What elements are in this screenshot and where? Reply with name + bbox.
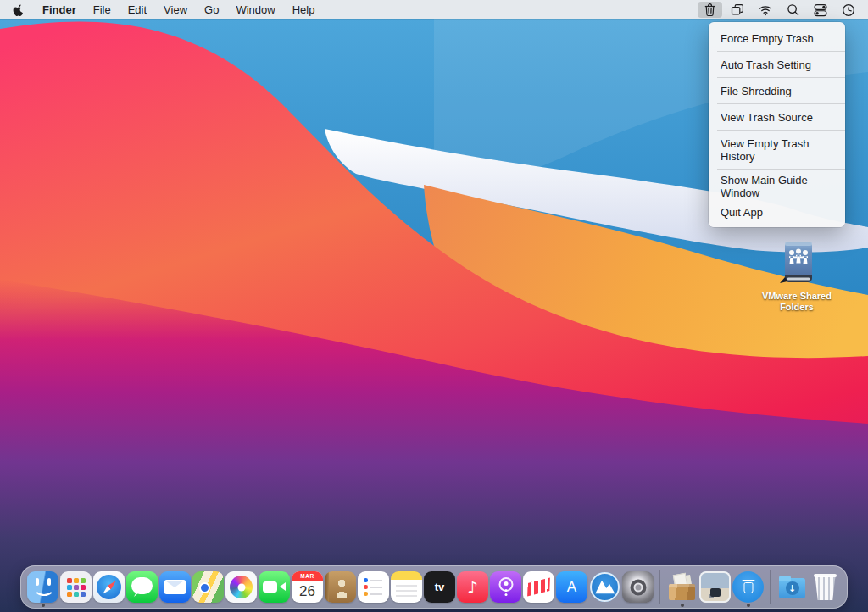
control-center-icon: [814, 3, 827, 17]
dock-item-safari[interactable]: [92, 570, 125, 604]
menu-item-view-empty-trash-history[interactable]: View Empty Trash History: [709, 131, 845, 168]
notes-icon: [391, 571, 422, 603]
dock-item-podcasts[interactable]: [489, 570, 522, 604]
dock-item-trash-cleaner[interactable]: [732, 570, 765, 604]
menu-view[interactable]: View: [155, 0, 196, 19]
desktop-icon-label-line2: Folders: [762, 302, 832, 313]
menu-item-force-empty-trash[interactable]: Force Empty Trash: [709, 26, 845, 50]
menu-go[interactable]: Go: [196, 0, 227, 19]
running-indicator: [42, 604, 45, 607]
app-store-icon: A: [556, 571, 587, 603]
status-windows-icon[interactable]: [725, 2, 750, 18]
menu-bar-left: Finder File Edit View Go Window Help: [0, 0, 323, 19]
dock-item-facetime[interactable]: [258, 570, 291, 604]
trash-icon: [704, 3, 716, 17]
podcasts-icon: [490, 571, 521, 603]
menu-window[interactable]: Window: [227, 0, 283, 19]
menu-item-quit-app[interactable]: Quit App: [709, 203, 845, 222]
menu-bar-status-area: [695, 0, 868, 19]
dock-item-maps[interactable]: [192, 570, 225, 604]
dock-item-downloads[interactable]: ↓: [776, 570, 809, 604]
launchpad-icon: [60, 571, 92, 603]
facetime-icon: [259, 571, 290, 603]
mail-icon: [159, 571, 191, 603]
menu-help[interactable]: Help: [284, 0, 324, 19]
status-trash-icon[interactable]: [698, 2, 722, 18]
dock-item-finder[interactable]: [26, 570, 59, 604]
news-icon: [523, 571, 554, 603]
running-indicator: [681, 604, 684, 607]
dock-item-tv[interactable]: tv: [423, 570, 456, 604]
messages-icon: [126, 571, 158, 603]
trash-cleaner-app-icon: [732, 571, 764, 603]
dock-item-installer-box[interactable]: [665, 570, 698, 604]
dock-item-calendar[interactable]: MAR 26: [291, 570, 324, 604]
shared-folders-book-icon: [773, 240, 821, 289]
maps-icon: [192, 571, 224, 603]
menu-file[interactable]: File: [85, 0, 120, 19]
tv-icon: tv: [424, 571, 455, 603]
running-indicator: [747, 604, 750, 607]
dock-item-cleaner-app[interactable]: [588, 570, 621, 604]
calendar-icon: MAR 26: [292, 571, 323, 603]
dock-item-trash[interactable]: [809, 570, 842, 604]
menu-item-view-trash-source[interactable]: View Trash Source: [709, 105, 845, 129]
dock-item-system-preferences[interactable]: [621, 570, 654, 604]
mountain-circle-app-icon: [589, 571, 620, 603]
downloads-folder-icon: ↓: [776, 571, 808, 603]
menu-separator: [717, 51, 845, 52]
dock-item-music[interactable]: ♪: [456, 570, 489, 604]
trash-dropdown-menu: Force Empty Trash Auto Trash Setting Fil…: [709, 22, 845, 227]
menu-separator: [717, 169, 845, 170]
calendar-day: 26: [292, 581, 323, 603]
status-clock-icon[interactable]: [836, 2, 861, 18]
desktop-icon-label-line1: VMware Shared: [762, 291, 832, 302]
image-document-icon: [699, 571, 731, 603]
calendar-month: MAR: [292, 571, 323, 581]
dock-item-reminders[interactable]: [357, 570, 390, 604]
dock-item-image-document[interactable]: [698, 570, 732, 604]
menu-separator: [717, 130, 845, 131]
menu-edit[interactable]: Edit: [120, 0, 155, 19]
system-preferences-icon: [622, 571, 654, 603]
status-search-icon[interactable]: [781, 2, 805, 18]
dock-item-mail[interactable]: [159, 570, 192, 604]
music-icon: ♪: [457, 571, 488, 603]
dock-item-news[interactable]: [522, 570, 555, 604]
installer-box-icon: [666, 571, 698, 603]
dock-separator: [770, 570, 771, 604]
status-wifi-icon[interactable]: [753, 2, 778, 18]
menu-separator: [717, 77, 845, 78]
menu-app-name[interactable]: Finder: [34, 0, 85, 19]
dock-separator: [659, 570, 660, 604]
status-control-center-icon[interactable]: [808, 2, 833, 18]
dock-item-launchpad[interactable]: [59, 570, 92, 604]
apple-icon: [12, 3, 25, 17]
dock-item-messages[interactable]: [125, 570, 159, 604]
menu-bar: Finder File Edit View Go Window Help: [0, 0, 868, 19]
dock-item-contacts[interactable]: [324, 570, 357, 604]
dock-item-photos[interactable]: [225, 570, 258, 604]
vmware-shared-folders-icon[interactable]: VMware Shared Folders: [750, 240, 843, 313]
reminders-icon: [358, 571, 389, 603]
photos-icon: [225, 571, 257, 603]
windows-icon: [731, 3, 744, 16]
dock: MAR 26 tv ♪ A: [20, 565, 848, 609]
apple-menu[interactable]: [0, 0, 34, 19]
contacts-icon: [325, 571, 356, 603]
clock-icon: [842, 3, 855, 17]
desktop-icon-label: VMware Shared Folders: [762, 291, 832, 313]
dock-item-appstore[interactable]: A: [555, 570, 588, 604]
trash-can-icon: [810, 571, 841, 603]
dock-item-notes[interactable]: [390, 570, 423, 604]
search-icon: [787, 3, 799, 16]
wifi-icon: [759, 3, 772, 16]
download-arrow-icon: ↓: [788, 583, 796, 594]
menu-item-show-main-guide-window[interactable]: Show Main Guide Window: [709, 170, 845, 203]
folder-tab-graphic: [779, 576, 791, 581]
trash-lid-graphic: [742, 580, 754, 581]
menu-item-file-shredding[interactable]: File Shredding: [709, 79, 845, 103]
finder-icon: [27, 571, 58, 603]
menu-item-auto-trash-setting[interactable]: Auto Trash Setting: [709, 53, 845, 76]
menu-separator: [717, 103, 845, 104]
